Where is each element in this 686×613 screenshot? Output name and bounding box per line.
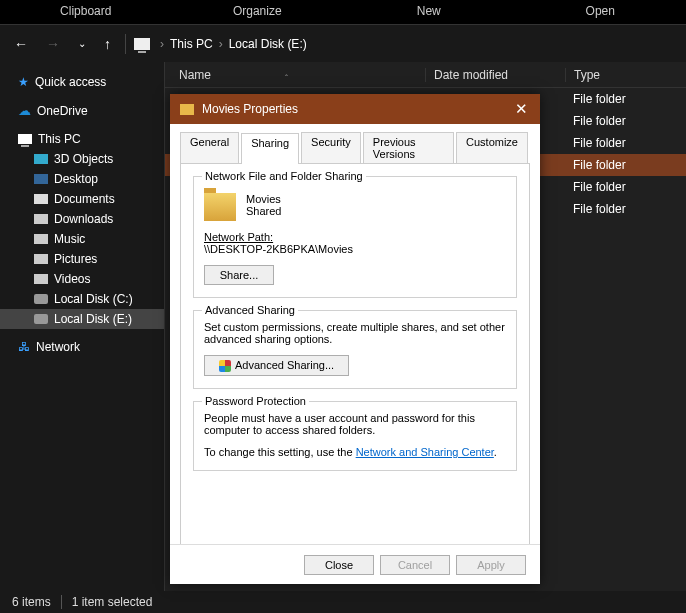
group-network-sharing: Network File and Folder Sharing Movies S… — [193, 176, 517, 298]
tab-previous-versions[interactable]: Previous Versions — [363, 132, 454, 163]
tree-label: Music — [54, 232, 85, 246]
button-label: Advanced Sharing... — [235, 359, 334, 371]
properties-dialog: Movies Properties ✕ General Sharing Secu… — [170, 94, 540, 584]
ribbon-tab-clipboard[interactable]: Clipboard — [0, 0, 172, 24]
sort-caret-icon: ˆ — [285, 73, 288, 83]
downloads-icon — [34, 214, 48, 224]
network-sharing-center-link[interactable]: Network and Sharing Center — [356, 446, 494, 458]
tab-sharing[interactable]: Sharing — [241, 133, 299, 164]
breadcrumb-path[interactable]: Local Disk (E:) — [229, 37, 307, 51]
group-legend: Password Protection — [202, 395, 309, 407]
tree-documents[interactable]: Documents — [0, 189, 164, 209]
tree-label: Downloads — [54, 212, 113, 226]
recent-dropdown[interactable]: ⌄ — [72, 34, 92, 53]
share-name: Movies — [246, 193, 281, 205]
documents-icon — [34, 194, 48, 204]
ribbon-tab-organize[interactable]: Organize — [172, 0, 344, 24]
ribbon: Clipboard Organize New Open — [0, 0, 686, 24]
tree-label: Pictures — [54, 252, 97, 266]
column-label: Name — [179, 68, 211, 82]
pc-icon — [18, 134, 32, 144]
tree-onedrive[interactable]: ☁OneDrive — [0, 100, 164, 121]
tree-label: Quick access — [35, 75, 106, 89]
music-icon — [34, 234, 48, 244]
pictures-icon — [34, 254, 48, 264]
column-name[interactable]: Nameˆ — [165, 68, 425, 82]
desktop-icon — [34, 174, 48, 184]
navigation-bar: ← → ⌄ ↑ › This PC › Local Disk (E:) — [0, 24, 686, 62]
advanced-sharing-button[interactable]: Advanced Sharing... — [204, 355, 349, 376]
status-selected-count: 1 item selected — [72, 595, 153, 609]
column-headers: Nameˆ Date modified Type — [165, 62, 686, 88]
cell-type: File folder — [565, 202, 626, 216]
ribbon-tab-open[interactable]: Open — [515, 0, 687, 24]
dialog-tabs: General Sharing Security Previous Versio… — [180, 132, 530, 164]
tree-videos[interactable]: Videos — [0, 269, 164, 289]
cube-icon — [34, 154, 48, 164]
cell-type: File folder — [565, 92, 626, 106]
divider — [125, 34, 126, 54]
chevron-right-icon: › — [219, 37, 223, 51]
videos-icon — [34, 274, 48, 284]
disk-icon — [34, 314, 48, 324]
tree-disk-c[interactable]: Local Disk (C:) — [0, 289, 164, 309]
tree-this-pc[interactable]: This PC — [0, 129, 164, 149]
tree-label: Network — [36, 340, 80, 354]
navigation-pane: ★Quick access ☁OneDrive This PC 3D Objec… — [0, 62, 165, 591]
tree-music[interactable]: Music — [0, 229, 164, 249]
folder-icon — [204, 193, 236, 221]
tree-disk-e[interactable]: Local Disk (E:) — [0, 309, 164, 329]
apply-button[interactable]: Apply — [456, 555, 526, 575]
tree-label: Videos — [54, 272, 90, 286]
back-button[interactable]: ← — [8, 32, 34, 56]
tree-quick-access[interactable]: ★Quick access — [0, 72, 164, 92]
shield-icon — [219, 360, 231, 372]
tree-downloads[interactable]: Downloads — [0, 209, 164, 229]
close-button[interactable]: ✕ — [509, 100, 534, 118]
dialog-title-bar[interactable]: Movies Properties ✕ — [170, 94, 540, 124]
group-password-protection: Password Protection People must have a u… — [193, 401, 517, 471]
tree-network[interactable]: 🖧Network — [0, 337, 164, 357]
group-legend: Advanced Sharing — [202, 304, 298, 316]
password-change-text: To change this setting, use the Network … — [204, 446, 506, 458]
close-button[interactable]: Close — [304, 555, 374, 575]
breadcrumb[interactable]: › This PC › Local Disk (E:) — [134, 37, 307, 51]
cancel-button[interactable]: Cancel — [380, 555, 450, 575]
network-icon: 🖧 — [18, 340, 30, 354]
column-date-modified[interactable]: Date modified — [425, 68, 565, 82]
chevron-right-icon: › — [160, 37, 164, 51]
up-button[interactable]: ↑ — [98, 32, 117, 56]
cell-type: File folder — [565, 114, 626, 128]
tree-label: Local Disk (E:) — [54, 312, 132, 326]
share-button[interactable]: Share... — [204, 265, 274, 285]
group-legend: Network File and Folder Sharing — [202, 170, 366, 182]
tree-label: OneDrive — [37, 104, 88, 118]
cloud-icon: ☁ — [18, 103, 31, 118]
column-type[interactable]: Type — [565, 68, 686, 82]
tab-general[interactable]: General — [180, 132, 239, 163]
share-state: Shared — [246, 205, 281, 217]
ribbon-tab-new[interactable]: New — [343, 0, 515, 24]
tab-security[interactable]: Security — [301, 132, 361, 163]
divider — [61, 595, 62, 609]
disk-icon — [34, 294, 48, 304]
tree-3d-objects[interactable]: 3D Objects — [0, 149, 164, 169]
tree-label: Desktop — [54, 172, 98, 186]
tree-pictures[interactable]: Pictures — [0, 249, 164, 269]
breadcrumb-root[interactable]: This PC — [170, 37, 213, 51]
tab-customize[interactable]: Customize — [456, 132, 528, 163]
tree-label: Documents — [54, 192, 115, 206]
status-bar: 6 items 1 item selected — [0, 591, 686, 613]
network-path-label: Network Path: — [204, 231, 506, 243]
group-advanced-sharing: Advanced Sharing Set custom permissions,… — [193, 310, 517, 389]
dialog-footer: Close Cancel Apply — [170, 544, 540, 584]
tree-label: 3D Objects — [54, 152, 113, 166]
pc-icon — [134, 38, 150, 50]
tree-label: Local Disk (C:) — [54, 292, 133, 306]
tree-desktop[interactable]: Desktop — [0, 169, 164, 189]
forward-button[interactable]: → — [40, 32, 66, 56]
password-desc: People must have a user account and pass… — [204, 412, 506, 436]
star-icon: ★ — [18, 75, 29, 89]
network-path-value: \\DESKTOP-2KB6PKA\Movies — [204, 243, 506, 255]
status-item-count: 6 items — [12, 595, 51, 609]
